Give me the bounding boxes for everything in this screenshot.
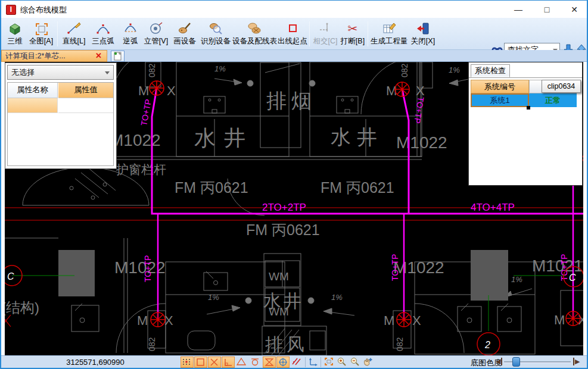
new-view-button[interactable] [111, 51, 125, 62]
zoom-out-button[interactable] [349, 357, 362, 368]
properties-panel: 无选择 属性名称 属性值 [5, 62, 117, 169]
tab-close-icon[interactable]: ✕ [95, 51, 102, 61]
property-value-cell[interactable] [58, 98, 113, 113]
toolbar-separator [368, 21, 368, 46]
selection-handle[interactable] [527, 106, 530, 110]
cross-snap-toggle[interactable] [208, 357, 221, 368]
wire-label: TO+TP [143, 255, 153, 282]
room-label: 水井 [331, 126, 383, 148]
ucs-axis-icon[interactable] [307, 357, 321, 368]
toolbar-button-break[interactable]: ✂ 打断[B] [340, 20, 366, 48]
room-label: WM [269, 305, 289, 318]
toolbar-button-fullview[interactable]: 全图[A] [27, 20, 55, 48]
toolbar: 三维 全图[A] 直线[L] 三点弧 逆弧 立管[V] 画设备 识别 [0, 18, 588, 50]
slope-label: 1% [208, 293, 219, 302]
outlet-start-icon [278, 20, 307, 36]
minimize-button[interactable]: — [506, 1, 530, 18]
snap-grid-toggle[interactable] [181, 357, 194, 368]
tangent-snap-toggle[interactable] [249, 357, 262, 368]
toolbar-button-close-tool[interactable]: 关闭[X] [410, 20, 436, 48]
device-tag: M [137, 313, 148, 328]
selection-dropdown[interactable]: 无选择 [7, 65, 114, 80]
system-row-status[interactable]: 正常 [529, 93, 577, 107]
door-code: 082 [147, 63, 157, 77]
toolbar-button-quantity[interactable]: 生成工程量 [371, 20, 407, 48]
zoom-extents-button[interactable] [323, 357, 336, 368]
column-header[interactable]: 属性名称 [8, 83, 58, 98]
system-check-panel: 系统检查 系统编号 状态 系统1 正常 clip0634 [468, 62, 583, 186]
zoom-in-button[interactable] [336, 357, 349, 368]
center-snap-toggle[interactable] [276, 357, 290, 368]
tab-calc-project[interactable]: 计算项目:2*单芯... ✕ [1, 50, 107, 62]
toolbar-button-line[interactable]: 直线[L] [61, 20, 87, 48]
pan-hand-button[interactable] [362, 357, 375, 368]
axis-label: C [569, 273, 576, 283]
cable-table-icon [232, 20, 276, 36]
properties-table: 属性名称 属性值 [7, 82, 114, 166]
ortho-toggle[interactable] [194, 357, 207, 368]
axis-label: 2 [484, 340, 490, 350]
app-window: I 综合布线模型 — □ ✕ 三维 全图[A] 直线[L] 三点弧 逆弧 [0, 0, 588, 369]
door-label: FM 丙0621 [175, 179, 248, 196]
reverse-arc-icon [119, 20, 142, 36]
recognize-device-icon [200, 20, 231, 36]
device-symbol [151, 312, 165, 327]
selection-dropdown-value: 无选择 [11, 68, 35, 77]
room-label: 水井 [194, 126, 254, 150]
property-name-cell[interactable] [8, 98, 58, 113]
toolbar-button-devicetable[interactable]: 设备及配线表 [232, 20, 276, 48]
quantity-table-icon [371, 20, 407, 36]
wire-label: TO+TP [139, 98, 153, 126]
slope-label: 1% [331, 293, 343, 302]
tooltip: clip0634 [542, 80, 581, 93]
toolbar-button-riser[interactable]: 立管[V] [143, 20, 169, 48]
door-label: M1022 [393, 258, 444, 277]
device-tag: M [554, 312, 565, 327]
device-symbol [566, 311, 580, 326]
brush-icon [170, 20, 199, 36]
column-header-system-id[interactable]: 系统编号 [471, 80, 529, 93]
column-header[interactable]: 属性值 [58, 83, 113, 98]
slope-label: 1% [511, 275, 522, 284]
coordinate-readout: 3125571,690990 [36, 358, 155, 367]
app-icon: I [6, 5, 16, 15]
axis-label: C [7, 271, 14, 282]
wire-label: TO+TP [412, 96, 426, 124]
title-bar: I 综合布线模型 — □ ✕ [0, 0, 588, 18]
device-tag: X [167, 83, 176, 98]
chroma-slider-thumb[interactable] [512, 357, 520, 367]
toolbar-button-recognize[interactable]: 识别设备 [200, 20, 231, 48]
close-button[interactable]: ✕ [562, 1, 586, 18]
toolbar-button-revarc[interactable]: 逆弧 [119, 20, 142, 48]
maximize-button[interactable]: □ [535, 1, 559, 18]
triangle-snap-toggle[interactable] [235, 357, 248, 368]
concrete-column [58, 250, 95, 296]
draw-line-icon [61, 20, 87, 36]
chevron-down-icon [105, 71, 110, 74]
note-label: (结构) [5, 299, 39, 315]
tab-system-check[interactable]: 系统检查 [471, 64, 510, 77]
slider-min-icon[interactable]: ◀ [496, 358, 502, 365]
status-separator [321, 357, 321, 367]
door-label: FM 丙0621 [321, 179, 394, 196]
toolbar-button-drawdevice[interactable]: 画设备 [170, 20, 199, 48]
window-border [0, 0, 1, 369]
slope-label: 1% [449, 65, 460, 74]
toolbar-button-intersect: 相交[C] [312, 20, 338, 48]
device-tag: M [138, 83, 149, 98]
perpendicular-toggle[interactable] [222, 357, 235, 368]
toolbar-button-3d[interactable]: 三维 [4, 20, 26, 48]
toolbar-separator [57, 21, 58, 46]
door-code: 082 [395, 337, 405, 351]
riser-pipe-icon [143, 20, 169, 36]
door-label: M1022 [110, 131, 161, 149]
parallel-snap-toggle[interactable] [290, 357, 303, 368]
slider-max-icon[interactable]: ▶ [573, 358, 580, 365]
bus-label: 2TO+2TP [262, 202, 306, 213]
room-label: 排烟 [266, 89, 316, 112]
hourglass-snap-toggle[interactable] [263, 357, 276, 368]
toolbar-button-outlet-start[interactable]: 出线起点 [278, 20, 307, 48]
toolbar-button-arc3[interactable]: 三点弧 [88, 20, 118, 48]
door-code: 082 [147, 337, 157, 351]
system-row-name[interactable]: 系统1 [471, 93, 529, 107]
